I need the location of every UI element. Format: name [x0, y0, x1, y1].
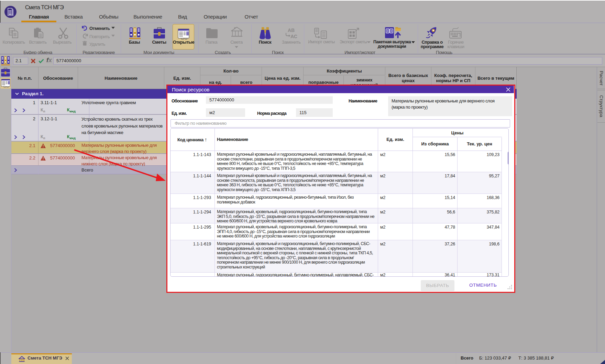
svg-text:АВ: АВ [288, 27, 295, 33]
svg-text:АС: АС [290, 34, 297, 39]
